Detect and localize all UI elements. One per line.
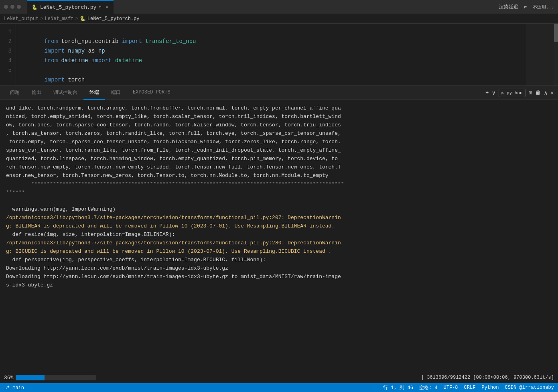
status-right: 行 1, 列 46 空格: 4 UTF-8 CRLF Python CSDN @…: [383, 384, 554, 391]
line-num: 1: [4, 27, 12, 37]
terminal-line: and_like, torch.randperm, torch.arange, …: [6, 104, 552, 112]
dropdown-button[interactable]: ∨: [492, 89, 495, 96]
terminal-line-warn2: /opt/miniconda3/lib/python3.7/site-packa…: [6, 213, 552, 222]
language-mode[interactable]: Python: [481, 385, 499, 390]
progress-bar-container: [16, 375, 96, 380]
terminal-line: , torch.as_tensor, torch.zeros, torch.ra…: [6, 129, 552, 138]
render-delay-label: 渲染延迟: [499, 4, 518, 10]
tab-problems[interactable]: 问题: [4, 86, 26, 100]
terminal-line: torch.empty, torch._sparse_coo_tensor_un…: [6, 138, 552, 146]
terminal-line-warn3: g: BILINEAR is deprecated and will be re…: [6, 222, 552, 230]
breadcrumb-file-icon: 🐍: [80, 16, 86, 22]
terminal-line: sparse_csr_tensor, torch.randn_like, tor…: [6, 146, 552, 154]
terminal-line-warn5: g: BICUBIC is deprecated and will be rem…: [6, 247, 552, 256]
terminal-line-dl1: Downloading http://yann.lecun.com/exdb/m…: [6, 264, 552, 272]
tab-ports[interactable]: 端口: [105, 86, 127, 100]
file-icon: 🐍: [32, 4, 38, 10]
terminal-line: rch.Tensor.new_empty, torch.Tensor.new_e…: [6, 163, 552, 171]
panel-tab-actions: + ∨ ▷ python ⊞ 🗑 ∧ ✕: [485, 89, 554, 97]
user-handle: @irrationaby: [519, 385, 554, 390]
git-branch[interactable]: ⎇ main: [4, 385, 24, 391]
terminal-line-warn4: /opt/miniconda3/lib/python3.7/site-packa…: [6, 239, 552, 247]
line-num: 5: [4, 65, 12, 75]
tab-exposed-ports[interactable]: EXPOSED PORTS: [127, 86, 177, 100]
close-panel-button[interactable]: ✕: [551, 89, 554, 96]
breadcrumb-sep2: >: [75, 16, 78, 22]
line-num: 3: [4, 46, 12, 56]
cursor-position[interactable]: 行 1, 列 46: [383, 384, 413, 391]
tab-output[interactable]: 输出: [26, 86, 47, 100]
status-left: ⎇ main: [4, 385, 24, 391]
scrollbar-thumb[interactable]: [554, 24, 558, 42]
vertical-scrollbar[interactable]: [554, 24, 558, 85]
breadcrumb: LeNet_output > LeNet_msft > 🐍 LeNet_5_py…: [0, 14, 558, 24]
line-ending[interactable]: CRLF: [464, 385, 476, 390]
indentation[interactable]: 空格: 4: [419, 384, 438, 391]
breadcrumb-sep1: >: [40, 16, 43, 22]
window-dot: [17, 5, 21, 9]
tab-terminal[interactable]: 终端: [83, 86, 105, 100]
encoding[interactable]: UTF-8: [444, 385, 458, 390]
window-dot: [10, 5, 14, 9]
terminal-line-warn1: warnings.warn(msg, ImportWarning): [6, 205, 552, 213]
title-bar-actions: 渲染延迟 ⇄ 不适用...: [499, 4, 554, 10]
breadcrumb-part1[interactable]: LeNet_output: [4, 16, 39, 22]
tab-debug-console[interactable]: 调试控制台: [47, 86, 83, 100]
tab-filename: LeNet_5_pytorch.py: [40, 4, 96, 10]
title-bar: 🐍 LeNet_5_pytorch.py M × 渲染延迟 ⇄ 不适用...: [0, 0, 558, 14]
csdn-label: CSDN: [505, 385, 519, 390]
tab-modified-indicator: M: [99, 5, 101, 10]
user-account[interactable]: CSDN @irrationaby: [505, 385, 554, 390]
terminal-line: quantized, torch.linspace, torch.hamming…: [6, 154, 552, 163]
terminal-line: ensor.new_tensor, torch.Tensor.new_zeros…: [6, 171, 552, 180]
breadcrumb-part2[interactable]: LeNet_msft: [45, 16, 74, 22]
progress-percent: 36%: [4, 375, 13, 381]
line-num: 2: [4, 37, 12, 46]
panel-tabs: 问题 输出 调试控制台 终端 端口 EXPOSED PORTS + ∨ ▷ py…: [0, 86, 558, 100]
line-numbers: 1 2 3 4 5: [0, 24, 16, 85]
line-num: 4: [4, 56, 12, 65]
window-controls: [4, 5, 21, 9]
python-terminal-label[interactable]: ▷ python: [499, 89, 526, 97]
terminal-line-stars: ****************************************…: [6, 180, 552, 188]
terminal-panel: 问题 输出 调试控制台 终端 端口 EXPOSED PORTS + ∨ ▷ py…: [0, 86, 558, 383]
delete-terminal-button[interactable]: 🗑: [535, 89, 541, 96]
code-content[interactable]: from torch_npu.contrib import transfer_t…: [16, 24, 526, 85]
terminal-line-def1: def resize(img, size, interpolation=Imag…: [6, 230, 552, 239]
code-line-1: from torch_npu.contrib import transfer_t…: [24, 27, 518, 37]
tab-close-button[interactable]: ×: [105, 4, 108, 10]
terminal-line-empty: [6, 197, 552, 205]
terminal-footer: 36% | 3613696/9912422 [00:06<00:06, 9703…: [0, 372, 558, 383]
code-line-5: import torch: [24, 65, 518, 75]
terminal-line: ow, torch.ones, torch.sparse_coo_tensor,…: [6, 121, 552, 129]
terminal-line-dl2: Downloading http://yann.lecun.com/exdb/m…: [6, 272, 552, 281]
minimap: [526, 24, 558, 85]
terminal-line-def2: def perspective(img, perspective_coeffs,…: [6, 256, 552, 264]
terminal-line: ntized, torch.empty_strided, torch.empty…: [6, 112, 552, 121]
terminal-line-stars2: ******: [6, 188, 552, 197]
window-dot: [4, 5, 8, 9]
terminal-content[interactable]: and_like, torch.randperm, torch.arange, …: [0, 100, 558, 372]
sync-button[interactable]: ⇄: [524, 4, 527, 10]
progress-stats: | 3613696/9912422 [00:06<00:06, 970300.6…: [421, 375, 554, 380]
add-terminal-button[interactable]: +: [485, 89, 489, 96]
editor-tab[interactable]: 🐍 LeNet_5_pytorch.py M ×: [27, 0, 114, 14]
editor-area: 1 2 3 4 5 from torch_npu.contrib import …: [0, 24, 558, 86]
breadcrumb-part3[interactable]: LeNet_5_pytorch.py: [87, 16, 140, 22]
progress-bar-fill: [16, 375, 45, 380]
not-applicable-button[interactable]: 不适用...: [533, 4, 554, 10]
split-terminal-button[interactable]: ⊞: [529, 89, 532, 96]
status-bar: ⎇ main 行 1, 列 46 空格: 4 UTF-8 CRLF Python…: [0, 383, 558, 392]
maximize-panel-button[interactable]: ∧: [544, 89, 547, 96]
terminal-line-dl3: s-idx3-ubyte.gz: [6, 281, 552, 289]
